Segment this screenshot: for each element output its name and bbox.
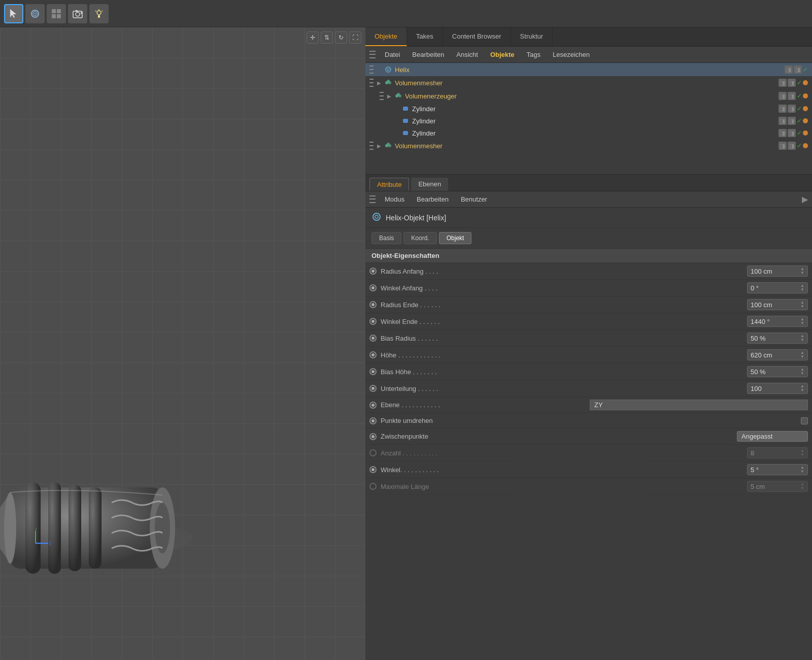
tree-tags-zyl1: ◨ ◨ ✓: [779, 105, 808, 113]
tag-dot-vm2: [803, 143, 808, 148]
attr-tab-ebenen[interactable]: Ebenen: [411, 178, 448, 191]
prop-value-ebene[interactable]: ZY: [590, 400, 808, 410]
prop-radio-zwischenpunkte[interactable]: [369, 433, 377, 440]
tree-item-volmesh1[interactable]: ▶ Volumenmesher ◨ ◨ ✓: [365, 76, 812, 89]
prop-arrows-radius-ende[interactable]: ▲▼: [800, 301, 804, 309]
btn-objekt[interactable]: Objekt: [439, 232, 472, 244]
prop-radio-bias-radius[interactable]: [369, 335, 377, 342]
tree-icon-volerzeug: [394, 91, 403, 101]
tree-expand-ve[interactable]: ▶: [386, 92, 393, 100]
attr-tab-attribute[interactable]: Attribute: [369, 178, 409, 191]
prop-value-radius-anfang[interactable]: 100 cm ▲▼: [747, 266, 808, 277]
prop-value-bias-hoehe[interactable]: 50 % ▲▼: [747, 366, 808, 377]
menu-datei[interactable]: Datei: [380, 49, 405, 60]
tag-dot-ve: [803, 93, 808, 98]
toolbar-camera-icon[interactable]: [68, 4, 87, 23]
prop-label-max-laenge: Maximale Länge: [381, 483, 747, 490]
viewport-controls: ✛ ⇅ ↻ ⛶: [307, 31, 361, 44]
prop-value-unterteilung[interactable]: 100 ▲▼: [747, 383, 808, 394]
toolbar-cursor-icon[interactable]: [4, 4, 23, 23]
svg-text:X: X: [49, 541, 51, 546]
prop-value-hoehe[interactable]: 620 cm ▲▼: [747, 349, 808, 360]
viewport-fullscreen-icon[interactable]: ⛶: [349, 31, 361, 44]
prop-radio-winkel-ende[interactable]: [369, 318, 377, 325]
viewport-move-icon[interactable]: ✛: [307, 31, 319, 44]
btn-koord[interactable]: Koord.: [403, 232, 436, 244]
prop-arrows-bias-radius[interactable]: ▲▼: [800, 334, 804, 342]
top-toolbar: [0, 0, 812, 27]
tree-expand-vm1[interactable]: ▶: [376, 79, 383, 86]
prop-radio-bias-hoehe[interactable]: [369, 368, 377, 375]
prop-radio-radius-ende[interactable]: [369, 301, 377, 308]
tree-name-zyl3: Zylinder: [412, 129, 779, 137]
prop-label-anzahl: Anzahl . . . . . . . . . .: [381, 449, 747, 457]
prop-arrows-winkel-ende[interactable]: ▲▼: [800, 317, 804, 325]
menu-tags[interactable]: Tags: [522, 49, 546, 60]
prop-value-max-laenge: 5 cm ▲▼: [747, 481, 808, 492]
tree-grip-icon: [369, 64, 374, 75]
prop-arrows-unterteilung[interactable]: ▲▼: [800, 384, 804, 392]
prop-row-unterteilung: Unterteilung . . . . . . 100 ▲▼: [365, 380, 812, 397]
attr-menu-grip-icon: [369, 194, 376, 205]
prop-arrows-bias-hoehe[interactable]: ▲▼: [800, 368, 804, 376]
prop-radio-punkte-umdrehen[interactable]: [369, 417, 377, 424]
tree-item-volerzeug[interactable]: ▶ Volumenerzeuger ◨ ◨ ✓: [365, 89, 812, 103]
tab-takes[interactable]: Takes: [407, 27, 443, 46]
menu-grip-icon: [369, 50, 376, 60]
attr-menu-modus[interactable]: Modus: [380, 193, 410, 205]
btn-basis[interactable]: Basis: [371, 232, 401, 244]
tree-name-volmesh2: Volumenmesher: [395, 142, 779, 150]
prop-radio-unterteilung[interactable]: [369, 385, 377, 392]
menu-objekte[interactable]: Objekte: [485, 49, 520, 60]
tree-expand-zyl3: [393, 129, 400, 137]
prop-arrows-radius-anfang[interactable]: ▲▼: [800, 267, 804, 275]
prop-value-winkel[interactable]: 5 ° ▲▼: [747, 464, 808, 475]
prop-row-radius-ende: Radius Ende . . . . . . 100 cm ▲▼: [365, 296, 812, 313]
tab-struktur[interactable]: Struktur: [511, 27, 553, 46]
tab-content-browser[interactable]: Content Browser: [443, 27, 511, 46]
viewport-arrows-icon[interactable]: ⇅: [321, 31, 333, 44]
toolbar-spiral-icon[interactable]: [25, 4, 45, 23]
prop-radio-winkel-anfang[interactable]: [369, 284, 377, 291]
svg-point-38: [397, 93, 400, 96]
tag-check-vm2: ✓: [797, 142, 802, 149]
toolbar-grid-icon[interactable]: [47, 4, 66, 23]
attr-menu-benutzer[interactable]: Benutzer: [456, 193, 492, 205]
prop-radio-winkel[interactable]: [369, 466, 377, 473]
prop-arrows-winkel[interactable]: ▲▼: [800, 466, 804, 474]
prop-arrows-hoehe[interactable]: ▲▼: [800, 351, 804, 359]
prop-dropdown-zwischenpunkte[interactable]: Angepasst: [737, 431, 808, 442]
attribute-panel: Attribute Ebenen Modus Bearbeiten Benutz…: [365, 175, 812, 660]
prop-checkbox-punkte-umdrehen[interactable]: [801, 417, 808, 424]
prop-label-winkel: Winkel. . . . . . . . . . .: [381, 466, 747, 474]
prop-radio-hoehe[interactable]: [369, 351, 377, 358]
tree-item-zyl1[interactable]: Zylinder ◨ ◨ ✓: [365, 103, 812, 115]
toolbar-light-icon[interactable]: [89, 4, 109, 23]
prop-label-radius-anfang: Radius Anfang . . . .: [381, 268, 747, 275]
viewport[interactable]: ✛ ⇅ ↻ ⛶: [0, 27, 365, 660]
prop-value-radius-ende[interactable]: 100 cm ▲▼: [747, 299, 808, 310]
prop-radio-ebene[interactable]: [369, 402, 377, 409]
menu-ansicht[interactable]: Ansicht: [451, 49, 483, 60]
svg-line-15: [102, 11, 103, 12]
attr-menu-collapse-icon[interactable]: ▶: [802, 194, 808, 204]
prop-value-winkel-ende[interactable]: 1440 ° ▲▼: [747, 316, 808, 327]
tree-item-volmesh2[interactable]: ▶ Volumenmesher ◨ ◨ ✓: [365, 139, 812, 152]
tree-expand-helix[interactable]: [376, 66, 383, 73]
tree-item-zyl2[interactable]: Zylinder ◨ ◨ ✓: [365, 115, 812, 127]
prop-arrows-winkel-anfang[interactable]: ▲▼: [800, 284, 804, 292]
tab-objekte[interactable]: Objekte: [365, 27, 407, 46]
prop-value-winkel-anfang[interactable]: 0 ° ▲▼: [747, 282, 808, 293]
tree-icon-zyl1: [401, 104, 410, 113]
menu-bearbeiten[interactable]: Bearbeiten: [407, 49, 449, 60]
tree-expand-vm2[interactable]: ▶: [376, 142, 383, 149]
tag-dot-zyl1: [803, 106, 808, 111]
prop-radio-radius-anfang[interactable]: [369, 268, 377, 275]
tree-item-helix[interactable]: Helix ◨ ◨ ✓: [365, 63, 812, 76]
menu-lesezeichen[interactable]: Lesezeichen: [548, 49, 595, 60]
tree-item-zyl3[interactable]: Zylinder ◨ ◨ ✓: [365, 127, 812, 139]
prop-value-bias-radius[interactable]: 50 % ▲▼: [747, 333, 808, 344]
viewport-rotate-icon[interactable]: ↻: [335, 31, 347, 44]
attr-menu-bearbeiten[interactable]: Bearbeiten: [412, 193, 454, 205]
tree-grip-icon-3: [380, 91, 384, 101]
